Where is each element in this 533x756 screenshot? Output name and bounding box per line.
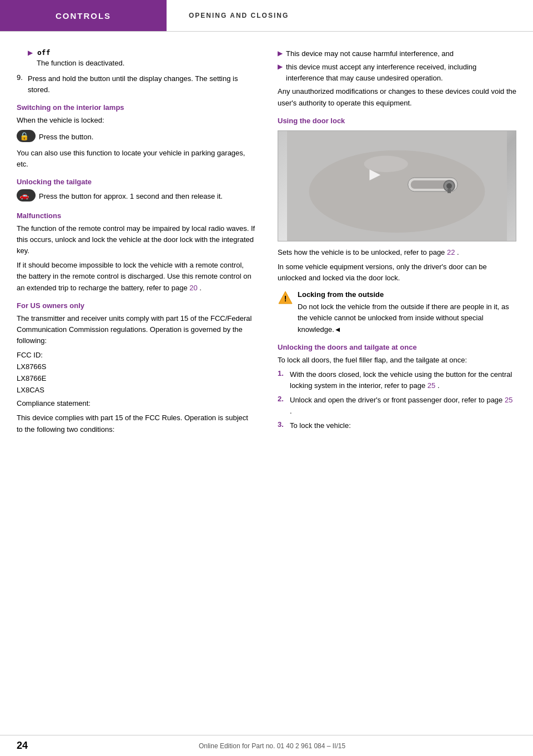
off-desc: The function is deactivated. [37,58,255,69]
malfunction-p1: The function of the remote control may b… [17,223,255,256]
switching-title: Switching on the interior lamps [17,103,255,112]
opening-closing-label: OPENING AND CLOSING [189,12,289,19]
unlocking-doors-p1: To lock all doors, the fuel filler flap,… [278,355,516,366]
forus-title: For US owners only [17,301,255,310]
tailgate-button-icon: 🚗 [17,189,36,201]
compliance-label: Compliance statement: [17,398,255,409]
malfunction-p2-text: If it should become impossible to lock t… [17,261,252,291]
tailgate-press-line: 🚗 Press the button for approx. 1 second … [17,189,255,204]
warning-text-block: Locking from the outside Do not lock the… [298,289,516,335]
warning-icon: ! [278,290,293,306]
bullet-arrow-1: ▶ [278,49,283,57]
door-lock-title: Using the door lock [278,117,516,125]
step-9-text: Press and hold the button until the disp… [28,73,255,95]
svg-point-5 [446,183,452,189]
off-code-text: off [37,48,50,57]
step-9: 9. Press and hold the button until the d… [17,73,255,95]
right-column: ▶ This device may not cause harmful inte… [266,43,533,450]
malfunctions-title: Malfunctions [17,211,255,220]
unauthorized-text: Any unauthorized modifications or change… [278,86,516,108]
door-lock-p2: In some vehicle equipment versions, only… [278,261,516,284]
left-column: ▶ off The function is deactivated. 9. Pr… [0,43,266,450]
step-3-num: 3. [278,420,290,431]
malfunction-link[interactable]: 20 [189,284,197,292]
off-arrow-icon: ▶ [28,49,33,57]
svg-rect-6 [447,189,451,193]
fcc-id-2: LX8766E [17,373,255,385]
step-3-text: To lock the vehicle: [290,420,351,431]
press-button-line: 🔒 Press the button. [17,130,255,144]
page-footer: 24 Online Edition for Part no. 01 40 2 9… [0,735,533,756]
step-3: 3. To lock the vehicle: [278,420,516,431]
svg-text:!: ! [284,294,287,303]
step-1: 1. With the doors closed, lock the vehic… [278,369,516,391]
off-bullet: ▶ off [28,48,255,57]
malfunction-p2: If it should become impossible to lock t… [17,260,255,293]
door-lock-p1: Sets how the vehicle is to be unlocked, … [278,247,516,258]
unlocking-desc: Press the button for approx. 1 second an… [39,192,223,200]
footer-center-text: Online Edition for Part no. 01 40 2 961 … [199,742,345,750]
main-content: ▶ off The function is deactivated. 9. Pr… [0,32,533,450]
unlocking-doors-title: Unlocking the doors and tailgate at once [278,343,516,351]
controls-label: CONTROLS [56,11,111,21]
unlocking-tailgate-title: Unlocking the tailgate [17,178,255,186]
warning-box: ! Locking from the outside Do not lock t… [278,289,516,335]
fcc-id-1: LX8766S [17,361,255,373]
warning-title: Locking from the outside [298,289,516,300]
malfunction-p2-end: . [199,284,202,292]
header-section-label: OPENING AND CLOSING [167,0,533,31]
page-header: CONTROLS OPENING AND CLOSING [0,0,533,32]
step-2-text: Unlock and open the driver's or front pa… [290,395,516,417]
step-2: 2. Unlock and open the driver's or front… [278,395,516,417]
page-number: 24 [17,740,28,752]
warning-body: Do not lock the vehicle from the outside… [298,301,516,335]
fcc-id-label: FCC ID: [17,350,255,361]
door-lock-image [278,130,516,241]
forus-p1: The transmitter and receiver units compl… [17,313,255,346]
fcc-id-3: LX8CAS [17,385,255,396]
header-controls-tab: CONTROLS [0,0,167,31]
switching-locked: When the vehicle is locked: [17,115,255,126]
bullet-text-1: This device may not cause harmful interf… [286,48,454,59]
step-1-link[interactable]: 25 [428,381,435,390]
fcc-list: FCC ID: LX8766S LX8766E LX8CAS [17,350,255,396]
step-2-num: 2. [278,395,290,417]
svg-point-8 [364,155,408,172]
key-button-icon: 🔒 [17,130,36,142]
step-2-link[interactable]: 25 [505,396,512,404]
bullet-arrow-2: ▶ [278,63,283,70]
step-9-num: 9. [17,73,28,95]
door-lock-link[interactable]: 22 [447,248,455,256]
step-1-text: With the doors closed, lock the vehicle … [290,369,516,391]
compliance-p: This device complies with part 15 of the… [17,412,255,435]
switching-desc: You can also use this function to locate… [17,148,255,170]
bullet-text-2: this device must accept any interference… [286,62,516,84]
press-button-text: Press the button. [39,133,93,141]
step-1-num: 1. [278,369,290,391]
right-bullet-2: ▶ this device must accept any interferen… [278,62,516,84]
right-bullet-1: ▶ This device may not cause harmful inte… [278,48,516,59]
